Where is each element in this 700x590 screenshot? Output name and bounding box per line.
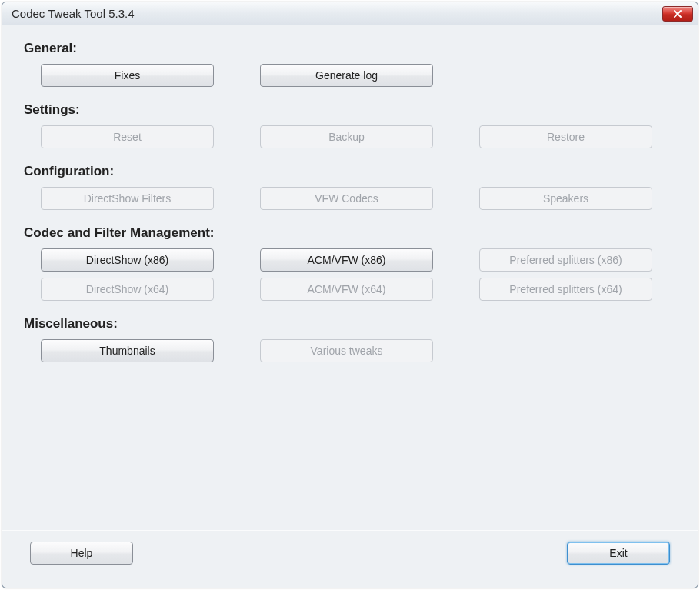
window-title: Codec Tweak Tool 5.3.4 xyxy=(12,7,662,20)
acm-vfw-x64-button: ACM/VFW (x64) xyxy=(260,278,433,301)
close-button[interactable] xyxy=(662,6,693,22)
row-settings: Reset Backup Restore xyxy=(24,125,676,148)
directshow-x64-button: DirectShow (x64) xyxy=(41,278,214,301)
row-codec-mgmt-2: DirectShow (x64) ACM/VFW (x64) Preferred… xyxy=(24,278,676,301)
vfw-codecs-button: VFW Codecs xyxy=(260,187,433,210)
row-misc: Thumbnails Various tweaks xyxy=(24,339,676,362)
speakers-button: Speakers xyxy=(479,187,652,210)
section-settings-label: Settings: xyxy=(24,102,676,118)
close-icon xyxy=(673,9,682,18)
section-codec-mgmt-label: Codec and Filter Management: xyxy=(24,225,676,241)
directshow-x86-button[interactable]: DirectShow (x86) xyxy=(41,248,214,272)
separator xyxy=(2,530,698,531)
row-general: Fixes Generate log xyxy=(24,64,676,87)
fixes-button[interactable]: Fixes xyxy=(41,64,214,87)
row-configuration: DirectShow Filters VFW Codecs Speakers xyxy=(24,187,676,210)
content-area: General: Fixes Generate log Settings: Re… xyxy=(2,25,698,588)
section-configuration-label: Configuration: xyxy=(24,164,676,179)
exit-button[interactable]: Exit xyxy=(567,542,670,565)
generate-log-button[interactable]: Generate log xyxy=(260,64,433,87)
preferred-splitters-x86-button: Preferred splitters (x86) xyxy=(479,248,652,272)
backup-button: Backup xyxy=(260,125,433,148)
footer: Help Exit xyxy=(24,542,676,580)
preferred-splitters-x64-button: Preferred splitters (x64) xyxy=(479,278,652,301)
titlebar: Codec Tweak Tool 5.3.4 xyxy=(2,2,698,25)
help-button[interactable]: Help xyxy=(30,542,133,565)
section-general-label: General: xyxy=(24,41,676,56)
thumbnails-button[interactable]: Thumbnails xyxy=(41,339,214,362)
directshow-filters-button: DirectShow Filters xyxy=(41,187,214,210)
restore-button: Restore xyxy=(479,125,652,148)
various-tweaks-button: Various tweaks xyxy=(260,339,433,362)
main-window: Codec Tweak Tool 5.3.4 General: Fixes Ge… xyxy=(2,2,698,588)
row-codec-mgmt-1: DirectShow (x86) ACM/VFW (x86) Preferred… xyxy=(24,248,676,272)
acm-vfw-x86-button[interactable]: ACM/VFW (x86) xyxy=(260,248,433,272)
reset-button: Reset xyxy=(41,125,214,148)
spacer xyxy=(24,368,676,516)
section-misc-label: Miscellaneous: xyxy=(24,316,676,332)
